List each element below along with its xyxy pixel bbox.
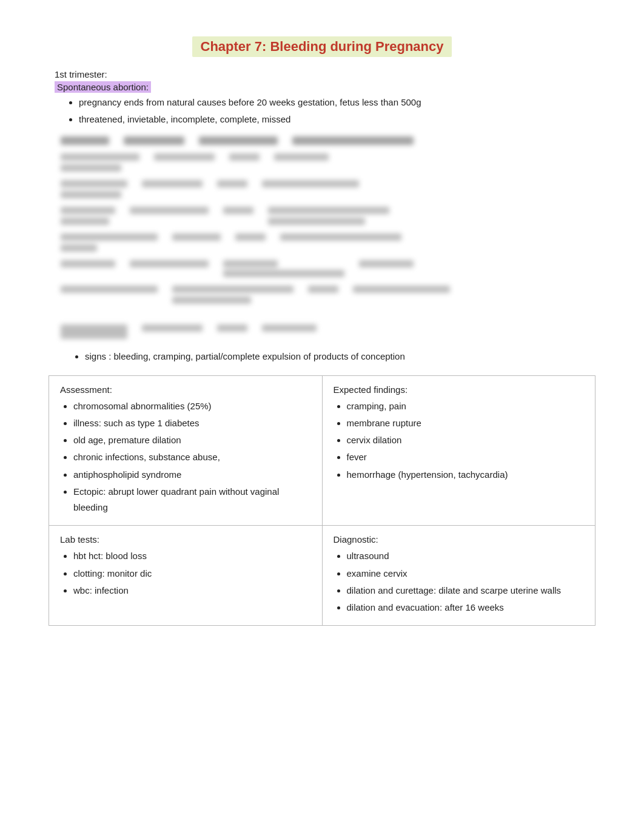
assessment-list: chromosomal abnormalities (25%) illness:… — [73, 398, 311, 516]
labtests-title: Lab tests: — [60, 534, 311, 545]
expected-cell: Expected findings: cramping, pain membra… — [322, 375, 595, 526]
list-item: membrane rupture — [347, 415, 585, 431]
abortion-bullet-list: pregnancy ends from natural causes befor… — [79, 95, 595, 127]
list-item: antiphospholipid syndrome — [73, 467, 311, 483]
list-item: ultrasound — [347, 548, 585, 564]
signs-item: signs : bleeding, cramping, partial/comp… — [85, 349, 595, 364]
diagnostic-list: ultrasound examine cervix dilation and c… — [347, 548, 585, 615]
list-item: dilation and evacuation: after 16 weeks — [347, 600, 585, 615]
table-row-top: Assessment: chromosomal abnormalities (2… — [49, 375, 595, 526]
table-row-bottom: Lab tests: hbt hct: blood loss clotting:… — [49, 526, 595, 626]
assessment-title: Assessment: — [60, 384, 311, 395]
labtests-cell: Lab tests: hbt hct: blood loss clotting:… — [49, 526, 323, 626]
list-item: illness: such as type 1 diabetes — [73, 415, 311, 431]
diagnostic-cell: Diagnostic: ultrasound examine cervix di… — [322, 526, 595, 626]
labtests-list: hbt hct: blood loss clotting: monitor di… — [73, 548, 311, 599]
expected-list: cramping, pain membrane rupture cervix d… — [347, 398, 585, 483]
diagnostic-title: Diagnostic: — [334, 534, 585, 545]
list-item: dilation and curettage: dilate and scarp… — [347, 583, 585, 599]
abortion-label: Spontaneous abortion: — [55, 82, 595, 92]
list-item: pregnancy ends from natural causes befor… — [79, 95, 595, 110]
signs-section: signs : bleeding, cramping, partial/comp… — [61, 349, 595, 364]
page-title-container: Chapter 7: Bleeding during Pregnancy — [49, 36, 595, 57]
signs-bullet-list: signs : bleeding, cramping, partial/comp… — [85, 349, 595, 364]
list-item: clotting: monitor dic — [73, 566, 311, 582]
list-item: examine cervix — [347, 566, 585, 582]
assessment-table: Assessment: chromosomal abnormalities (2… — [49, 375, 595, 626]
list-item: fever — [347, 449, 585, 465]
list-item: old age, premature dilation — [73, 432, 311, 448]
list-item: chronic infections, substance abuse, — [73, 449, 311, 465]
list-item: chromosomal abnormalities (25%) — [73, 398, 311, 414]
expected-title: Expected findings: — [334, 384, 585, 395]
list-item: Ectopic: abrupt lower quadrant pain with… — [73, 484, 311, 516]
blurred-table — [61, 136, 608, 339]
intro-section: 1st trimester: Spontaneous abortion: pre… — [55, 69, 595, 127]
list-item: wbc: infection — [73, 583, 311, 599]
list-item: cramping, pain — [347, 398, 585, 414]
trimester-label: 1st trimester: — [55, 69, 595, 79]
assessment-cell: Assessment: chromosomal abnormalities (2… — [49, 375, 323, 526]
list-item: cervix dilation — [347, 432, 585, 448]
list-item: hemorrhage (hypertension, tachycardia) — [347, 467, 585, 483]
list-item: threatened, invietable, incomplete, comp… — [79, 112, 595, 127]
abortion-highlight: Spontaneous abortion: — [55, 81, 151, 93]
list-item: hbt hct: blood loss — [73, 548, 311, 564]
page-title: Chapter 7: Bleeding during Pregnancy — [192, 36, 452, 57]
